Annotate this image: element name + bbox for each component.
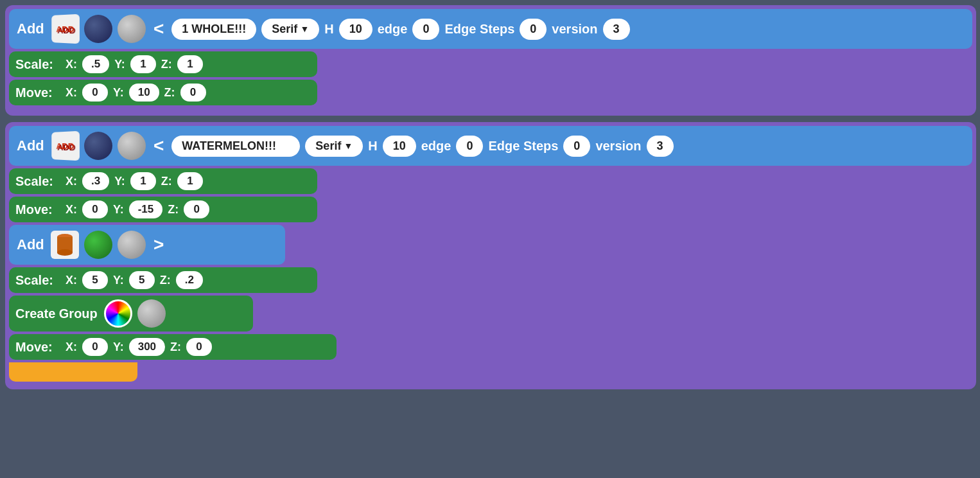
block2-font-dropdown-arrow: ▼ (344, 141, 353, 151)
block1-move-z-label: Z: (164, 86, 175, 100)
block2-move2-y-value[interactable]: 300 (129, 338, 165, 356)
block1-move-y-label: Y: (113, 86, 124, 100)
block2-add-row: Add ADD < WATERMELON!!! Serif ▼ H 10 edg… (9, 126, 972, 166)
block1-move-y-value[interactable]: 10 (129, 84, 159, 102)
block1-scale-row: Scale: X: .5 Y: 1 Z: 1 (9, 51, 317, 77)
block2-scale2-z-label: Z: (160, 274, 171, 287)
block1-scale-z-value[interactable]: 1 (177, 55, 203, 73)
block2-move2-x-label: X: (66, 341, 77, 354)
block2-create-group-row: Create Group (9, 296, 253, 332)
block2-scale-x-value[interactable]: .3 (82, 172, 109, 190)
block1-edge-steps-value[interactable]: 0 (520, 19, 547, 40)
block2-add2-label: Add (17, 236, 46, 253)
block2-move-x-value[interactable]: 0 (82, 200, 108, 218)
block1-scale-label: Scale: (15, 57, 60, 72)
block2-scale2-z-value[interactable]: .2 (176, 271, 203, 289)
block2-move2-row: Move: X: 0 Y: 300 Z: 0 (9, 334, 337, 360)
block2-h-value[interactable]: 10 (383, 136, 416, 157)
block2-scale2-x-label: X: (66, 274, 77, 287)
block1-version-label: version (552, 22, 597, 37)
block2-scale2-y-label: Y: (113, 274, 124, 287)
workspace: Add ADD < 1 WHOLE!!! Serif ▼ H 10 edge 0… (0, 0, 980, 394)
block1-add-row: Add ADD < 1 WHOLE!!! Serif ▼ H 10 edge 0… (9, 9, 972, 49)
block2-edge-label: edge (421, 139, 451, 154)
block2-move-y-value[interactable]: -15 (129, 200, 163, 218)
block2-add-label: Add (17, 137, 46, 154)
block2-font-dropdown[interactable]: Serif ▼ (305, 136, 363, 157)
block1-scale-z-label: Z: (161, 58, 172, 71)
block2-scale-z-label: Z: (161, 175, 172, 188)
block1-move-row: Move: X: 0 Y: 10 Z: 0 (9, 80, 317, 105)
block2-arrow-btn[interactable]: < (151, 136, 166, 156)
block1-edge-value[interactable]: 0 (412, 19, 439, 40)
block2-add2-arrow[interactable]: > (151, 235, 166, 255)
block2-edge-steps-value[interactable]: 0 (563, 136, 590, 157)
block2-scale2-y-value[interactable]: 5 (129, 271, 155, 289)
svg-point-2 (57, 249, 73, 256)
block2-container: Add ADD < WATERMELON!!! Serif ▼ H 10 edg… (5, 122, 976, 389)
block2-move-z-value[interactable]: 0 (184, 200, 209, 218)
block2-move2-y-label: Y: (113, 341, 124, 354)
block2-move-y-label: Y: (113, 203, 124, 217)
block2-scale-label: Scale: (15, 174, 60, 189)
block2-scale2-x-value[interactable]: 5 (82, 271, 108, 289)
block2-version-value[interactable]: 3 (647, 136, 674, 157)
block2-scale2-row: Scale: X: 5 Y: 5 Z: .2 (9, 267, 317, 293)
block1-scale-y-value[interactable]: 1 (130, 55, 156, 73)
block1-move-x-label: X: (66, 86, 77, 100)
block1-h-label: H (324, 22, 333, 37)
block2-scale-x-label: X: (66, 175, 77, 188)
block1-scale-x-value[interactable]: .5 (82, 55, 109, 73)
block2-dark-circle-icon[interactable] (84, 132, 112, 160)
block2-edge-steps-label: Edge Steps (488, 139, 558, 154)
block2-edge-value[interactable]: 0 (456, 136, 483, 157)
block1-font-dropdown[interactable]: Serif ▼ (261, 19, 319, 40)
block1-edge-steps-label: Edge Steps (444, 22, 514, 37)
block1-add-label: Add (17, 21, 46, 37)
block2-move-z-label: Z: (168, 203, 179, 217)
block2-move2-z-label: Z: (170, 341, 181, 354)
block2-rainbow-icon[interactable] (104, 299, 132, 328)
block1-h-value[interactable]: 10 (339, 19, 372, 40)
block1-arrow-btn[interactable]: < (151, 19, 166, 39)
block2-scale2-label: Scale: (15, 273, 60, 288)
block2-move2-z-value[interactable]: 0 (186, 338, 212, 356)
block2-move2-label: Move: (15, 340, 60, 355)
bottom-orange-tab (9, 362, 137, 382)
block2-scale-z-value[interactable]: 1 (177, 172, 203, 190)
block2-gray-circle3-icon[interactable] (137, 299, 166, 328)
block1-move-x-value[interactable]: 0 (82, 84, 108, 102)
block2-gray-circle-icon[interactable] (118, 132, 146, 160)
block1-scale-y-label: Y: (114, 58, 125, 71)
block2-move-x-label: X: (66, 203, 77, 217)
block1-move-z-value[interactable]: 0 (180, 84, 206, 102)
block2-scale-y-value[interactable]: 1 (130, 172, 156, 190)
block2-scale-y-label: Y: (114, 175, 125, 188)
block2-h-label: H (368, 139, 377, 154)
block2-text-input[interactable]: WATERMELON!!! (171, 136, 300, 157)
block1-3dtext-icon[interactable]: ADD (51, 14, 80, 44)
block1-text-input[interactable]: 1 WHOLE!!! (171, 19, 256, 40)
block2-move-row: Move: X: 0 Y: -15 Z: 0 (9, 197, 317, 222)
block2-scale-row: Scale: X: .3 Y: 1 Z: 1 (9, 168, 317, 194)
block2-add2-row: Add > (9, 225, 285, 265)
block1-move-label: Move: (15, 85, 60, 100)
block1-scale-x-label: X: (66, 58, 77, 71)
block1-container: Add ADD < 1 WHOLE!!! Serif ▼ H 10 edge 0… (5, 5, 976, 116)
block2-gray-circle2-icon[interactable] (118, 231, 146, 259)
block2-cylinder-icon[interactable] (51, 231, 79, 259)
block2-3dtext-icon[interactable]: ADD (51, 131, 80, 161)
block2-create-group-label: Create Group (15, 306, 99, 321)
block2-version-label: version (595, 139, 641, 154)
block1-version-value[interactable]: 3 (603, 19, 630, 40)
block1-gray-circle-icon[interactable] (118, 15, 146, 43)
block2-move-label: Move: (15, 202, 60, 217)
block1-font-dropdown-arrow: ▼ (300, 24, 309, 34)
block2-green-circle-icon[interactable] (84, 231, 112, 259)
block1-dark-circle-icon[interactable] (84, 15, 112, 43)
block2-move2-x-value[interactable]: 0 (82, 338, 108, 356)
block1-edge-label: edge (378, 22, 408, 37)
